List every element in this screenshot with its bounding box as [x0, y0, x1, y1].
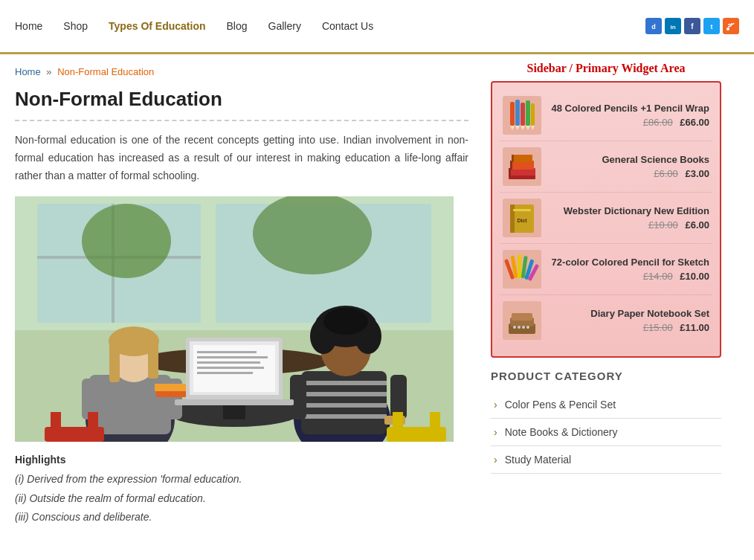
nav-gallery[interactable]: Gallery — [268, 20, 301, 32]
social-linkedin[interactable]: in — [665, 18, 681, 34]
content-area: Home » Non-Formal Education Non-Formal E… — [0, 54, 483, 541]
nav-home[interactable]: Home — [15, 20, 42, 32]
list-item: (iii) Conscious and deliberate. — [15, 508, 468, 527]
category-section: PRODUCT CATEGORY › Color Pens & Pencil S… — [491, 370, 721, 474]
product-item-pencils[interactable]: 48 Colored Pencils +1 Pencil Wrap £86.00… — [500, 90, 712, 141]
svg-rect-40 — [290, 375, 306, 419]
svg-point-96 — [518, 326, 521, 329]
svg-point-95 — [513, 326, 516, 329]
svg-rect-55 — [51, 412, 61, 434]
svg-rect-33 — [301, 403, 387, 408]
list-item: (i) Derived from the expression 'formal … — [15, 470, 468, 489]
product-info-diary: Diary Paper Notebook Set £15.00 £11.00 — [549, 308, 709, 333]
product-info-pencils: 48 Colored Pencils +1 Pencil Wrap £86.00… — [549, 103, 709, 128]
svg-rect-53 — [155, 384, 186, 391]
product-name: 48 Colored Pencils +1 Pencil Wrap — [549, 103, 709, 115]
svg-rect-31 — [301, 381, 387, 385]
social-rss[interactable] — [723, 18, 739, 34]
price-new: £66.00 — [680, 117, 709, 128]
product-name: 72-color Colored Pencil for Sketch — [549, 257, 709, 269]
svg-rect-59 — [430, 412, 440, 434]
category-label: Note Books & Dictionery — [505, 426, 618, 438]
social-facebook[interactable]: f — [684, 18, 700, 34]
product-item-books[interactable]: General Science Books £6.00 £3.00 — [500, 141, 712, 193]
svg-rect-78 — [512, 155, 514, 162]
product-thumb-books — [503, 147, 541, 186]
svg-point-97 — [522, 326, 525, 329]
chevron-right-icon: › — [494, 454, 497, 466]
price-new: £6.00 — [685, 219, 709, 231]
nav-types-of-education[interactable]: Types Of Education — [109, 20, 205, 32]
nav-contact-us[interactable]: Contact Us — [322, 20, 373, 32]
svg-rect-46 — [197, 351, 257, 353]
product-info-colorpencils: 72-color Colored Pencil for Sketch £14.0… — [549, 257, 709, 282]
svg-rect-94 — [512, 313, 532, 321]
divider — [15, 120, 468, 121]
highlights-list: (i) Derived from the expression 'formal … — [15, 470, 468, 527]
svg-rect-82 — [513, 209, 531, 211]
page-title: Non-Formal Education — [15, 88, 468, 111]
price-new: £11.00 — [680, 322, 709, 333]
product-prices: £14.00 £10.00 — [549, 271, 709, 282]
product-info-dictionary: Webster Dictionary New Edition £10.00 £6… — [549, 205, 709, 231]
list-item: (ii) Outside the realm of formal educati… — [15, 489, 468, 508]
svg-text:t: t — [711, 23, 713, 30]
svg-rect-65 — [531, 103, 535, 126]
product-name: Webster Dictionary New Edition — [549, 205, 709, 218]
breadcrumb: Home » Non-Formal Education — [15, 66, 468, 77]
product-prices: £6.00 £3.00 — [549, 168, 709, 179]
svg-rect-87 — [518, 254, 521, 278]
product-item-diary[interactable]: Diary Paper Notebook Set £15.00 £11.00 — [500, 295, 712, 346]
breadcrumb-home[interactable]: Home — [15, 66, 41, 77]
nav-links: Home Shop Types Of Education Blog Galler… — [15, 20, 373, 32]
svg-rect-74 — [512, 155, 532, 162]
product-info-books: General Science Books £6.00 £3.00 — [549, 154, 709, 179]
highlights-title: Highlights — [15, 454, 468, 466]
nav-blog[interactable]: Blog — [227, 20, 248, 32]
category-item-notebooks[interactable]: › Note Books & Dictionery — [491, 419, 721, 446]
svg-rect-62 — [515, 100, 520, 126]
svg-rect-75 — [509, 176, 535, 179]
svg-rect-81 — [510, 205, 515, 233]
svg-text:d: d — [651, 23, 656, 30]
product-thumb-pencils — [503, 96, 541, 135]
svg-rect-47 — [197, 356, 268, 358]
category-label: Study Material — [505, 454, 571, 466]
svg-point-39 — [323, 308, 368, 335]
product-thumb-diary — [503, 301, 541, 340]
product-item-colorpencils[interactable]: 72-color Colored Pencil for Sketch £14.0… — [500, 244, 712, 295]
category-label: Color Pens & Pencil Set — [505, 399, 616, 411]
sidebar-label: Sidebar / Primary Widget Area — [491, 62, 721, 75]
product-thumb-colorpencils — [503, 250, 541, 289]
price-new: £3.00 — [685, 168, 709, 179]
nav-shop[interactable]: Shop — [63, 20, 88, 32]
price-new: £10.00 — [680, 271, 709, 282]
category-item-pens[interactable]: › Color Pens & Pencil Set — [491, 391, 721, 419]
social-twitter[interactable]: t — [703, 18, 720, 34]
social-links: d in f t — [645, 18, 739, 34]
price-old: £14.00 — [643, 271, 673, 282]
svg-rect-51 — [175, 399, 294, 405]
main-layout: Home » Non-Formal Education Non-Formal E… — [0, 54, 754, 541]
category-item-study[interactable]: › Study Material — [491, 446, 721, 474]
article-image — [15, 196, 454, 442]
svg-rect-26 — [148, 341, 158, 379]
product-prices: £86.00 £66.00 — [549, 117, 709, 128]
product-item-dictionary[interactable]: Dict Webster Dictionary New Edition £10.… — [500, 193, 712, 244]
svg-point-16 — [82, 204, 171, 278]
svg-point-17 — [253, 196, 372, 274]
svg-point-98 — [526, 326, 529, 329]
chevron-right-icon: › — [494, 399, 497, 411]
category-title: PRODUCT CATEGORY — [491, 370, 721, 385]
chevron-right-icon: › — [494, 426, 497, 438]
sidebar: Sidebar / Primary Widget Area — [483, 54, 729, 541]
svg-text:in: in — [670, 24, 675, 30]
svg-point-9 — [726, 28, 729, 30]
product-prices: £15.00 £11.00 — [549, 322, 709, 333]
svg-rect-48 — [197, 361, 260, 364]
social-delicious[interactable]: d — [645, 18, 662, 34]
product-name: General Science Books — [549, 154, 709, 167]
svg-rect-63 — [521, 103, 525, 126]
svg-rect-32 — [301, 392, 387, 396]
svg-rect-56 — [88, 412, 98, 434]
